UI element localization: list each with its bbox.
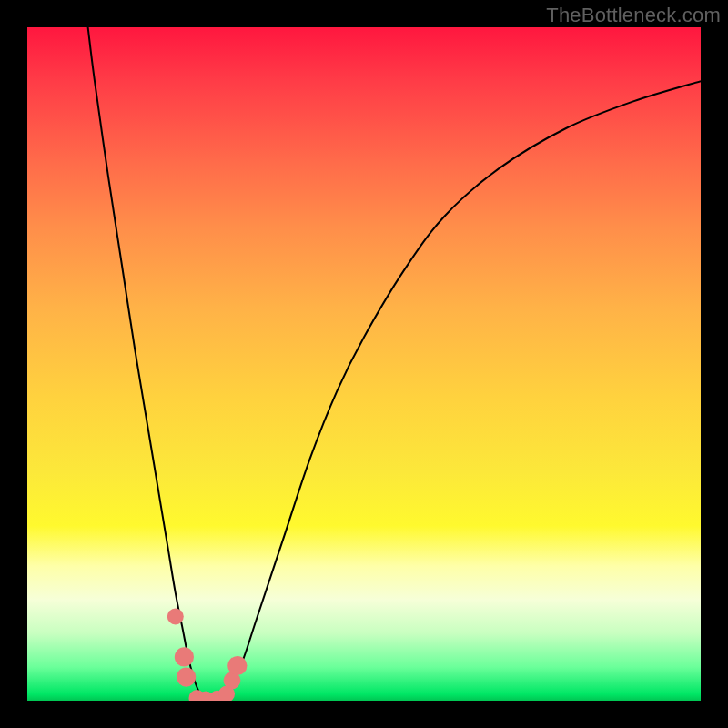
curve-marker	[177, 668, 196, 687]
curve-marker	[228, 656, 247, 675]
bottleneck-curve-path	[88, 27, 701, 701]
watermark-text: TheBottleneck.com	[546, 4, 721, 27]
curve-marker	[175, 647, 194, 666]
plot-area	[27, 27, 701, 701]
curve-marker	[167, 609, 184, 625]
chart-frame: TheBottleneck.com	[0, 0, 728, 728]
curve-markers	[167, 609, 248, 702]
bottleneck-curve-svg	[27, 27, 701, 701]
